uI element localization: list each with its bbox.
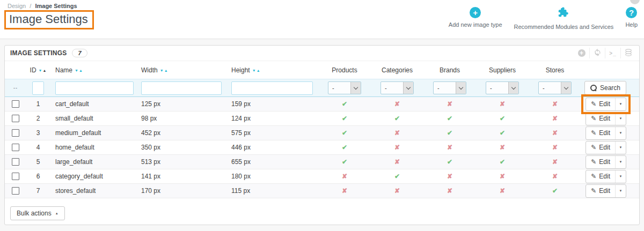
edit-dropdown-toggle[interactable]: ▼ (615, 141, 626, 154)
sort-asc-icon[interactable]: ▲ (43, 69, 47, 72)
edit-button-wrap: ✎ Edit ▼ (586, 126, 626, 140)
filter-height-input[interactable] (231, 81, 313, 95)
edit-button[interactable]: ✎ Edit (586, 156, 615, 168)
row-name: medium_default (50, 129, 135, 137)
header-id: ID▼▲ (26, 66, 50, 74)
header-actions: + Add new image type Recommended Modules… (449, 7, 638, 30)
filter-brands-select[interactable]: - (433, 81, 466, 94)
search-button[interactable]: Search (584, 81, 626, 95)
check-icon: ✔ (500, 129, 505, 137)
edit-button-wrap: ✎ Edit ▼ (586, 170, 626, 183)
help-label: Help (625, 21, 638, 28)
bulk-actions-button[interactable]: Bulk actions ▲ (10, 206, 65, 220)
filter-checkbox-placeholder: -- (13, 85, 18, 91)
cross-icon: ✘ (552, 144, 558, 151)
filter-id-input[interactable] (32, 81, 44, 95)
filter-products-select[interactable]: - (328, 81, 361, 94)
help-button[interactable]: ? Help (625, 7, 638, 28)
sort-desc-icon[interactable]: ▼ (39, 69, 42, 72)
edit-dropdown-toggle[interactable]: ▼ (615, 113, 626, 125)
sort-desc-icon[interactable]: ▼ (160, 69, 164, 72)
edit-button-label: Edit (599, 144, 610, 151)
edit-button-label: Edit (599, 100, 610, 108)
edit-button-label: Edit (599, 115, 610, 122)
filter-width-input[interactable] (141, 81, 222, 95)
panel-refresh-button[interactable] (589, 48, 605, 58)
recommended-modules-button[interactable]: Recommended Modules and Services (514, 7, 614, 30)
row-id: 2 (26, 115, 50, 122)
edit-button[interactable]: ✎ Edit (586, 113, 615, 125)
sort-arrows-height: ▼▲ (252, 66, 260, 74)
cross-icon: ✘ (394, 129, 400, 137)
row-name: small_default (50, 115, 135, 122)
edit-dropdown-toggle[interactable]: ▼ (615, 127, 626, 139)
panel-add-button[interactable]: + (574, 48, 589, 58)
row-height: 180 px (225, 173, 318, 180)
row-checkbox[interactable] (12, 158, 19, 166)
edit-button[interactable]: ✎ Edit (586, 127, 615, 139)
pencil-icon: ✎ (591, 129, 596, 137)
check-icon: ✔ (342, 144, 347, 151)
puzzle-icon (558, 7, 569, 20)
edit-button[interactable]: ✎ Edit (586, 185, 615, 197)
cross-icon: ✘ (500, 173, 505, 180)
sort-desc-icon[interactable]: ▼ (75, 69, 78, 72)
row-height: 115 px (225, 187, 318, 195)
pencil-icon: ✎ (591, 115, 596, 122)
table-row: 2 small_default 98 px 124 px ✔ ✔ ✔ ✔ ✘ ✎… (5, 111, 639, 126)
table-row: 7 stores_default 170 px 115 px ✘ ✘ ✘ ✘ ✔… (5, 184, 639, 198)
row-width: 350 px (135, 144, 225, 151)
panel-sql-query-button[interactable]: >_ (605, 48, 620, 58)
edit-button[interactable]: ✎ Edit (586, 98, 615, 110)
page-content: IMAGE SETTINGS 7 + >_ (0, 40, 644, 231)
breadcrumb: Design / Image Settings (8, 3, 77, 9)
chevron-down-icon: ▼ (619, 117, 623, 120)
cross-icon: ✘ (500, 187, 505, 195)
row-count-badge: 7 (72, 49, 87, 57)
terminal-icon: >_ (609, 50, 616, 56)
row-checkbox[interactable] (12, 129, 19, 137)
search-icon (590, 85, 597, 91)
check-icon: ✔ (342, 100, 347, 108)
row-checkbox[interactable] (12, 187, 19, 195)
cross-icon: ✘ (394, 100, 400, 108)
breadcrumb-section[interactable]: Design (8, 3, 26, 9)
row-checkbox[interactable] (12, 115, 19, 122)
filter-name-input[interactable] (55, 81, 134, 95)
edit-dropdown-toggle[interactable]: ▼ (615, 98, 626, 110)
row-checkbox[interactable] (12, 144, 19, 151)
edit-button-label: Edit (599, 173, 610, 180)
panel-toolbar: + >_ (574, 48, 636, 58)
cross-icon: ✘ (552, 158, 558, 166)
add-new-image-type-button[interactable]: + Add new image type (449, 7, 502, 28)
edit-dropdown-toggle[interactable]: ▼ (615, 156, 626, 168)
edit-dropdown-toggle[interactable]: ▼ (615, 170, 626, 183)
sort-asc-icon[interactable]: ▲ (79, 69, 83, 72)
row-id: 7 (26, 187, 50, 195)
cross-icon: ✘ (394, 158, 400, 166)
filter-suppliers-select[interactable]: - (486, 81, 519, 94)
row-name: cart_default (50, 100, 135, 108)
filter-stores-select[interactable]: - (538, 81, 572, 94)
row-checkbox[interactable] (12, 173, 19, 180)
edit-dropdown-toggle[interactable]: ▼ (615, 185, 626, 197)
table-row: 5 large_default 513 px 655 px ✔ ✘ ✔ ✔ ✘ … (5, 155, 639, 169)
sort-asc-icon[interactable]: ▲ (164, 69, 168, 72)
chevron-down-icon: ▼ (619, 160, 623, 163)
edit-button[interactable]: ✎ Edit (586, 141, 615, 154)
cross-icon: ✘ (447, 173, 452, 180)
row-width: 452 px (135, 129, 225, 137)
row-checkbox[interactable] (12, 100, 19, 108)
table-body: 1 cart_default 125 px 159 px ✔ ✘ ✘ ✘ ✘ ✎… (5, 97, 639, 198)
sort-desc-icon[interactable]: ▼ (252, 69, 256, 72)
check-icon: ✔ (447, 129, 452, 137)
row-id: 5 (26, 158, 50, 166)
filter-categories-select[interactable]: - (380, 81, 414, 94)
panel-export-button[interactable] (620, 48, 636, 58)
row-id: 6 (26, 173, 50, 180)
cross-icon: ✘ (552, 173, 558, 180)
edit-button-wrap: ✎ Edit ▼ (586, 98, 626, 111)
sort-asc-icon[interactable]: ▲ (257, 69, 260, 72)
edit-button[interactable]: ✎ Edit (586, 170, 615, 183)
cross-icon: ✘ (447, 187, 452, 195)
